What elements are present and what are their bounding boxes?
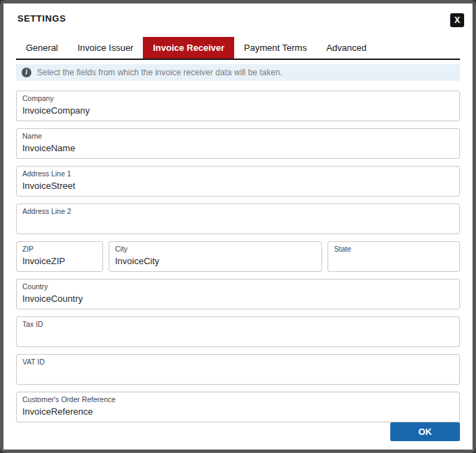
tab-advanced[interactable]: Advanced — [316, 37, 376, 59]
customer-order-reference-label: Customer's Order Reference — [22, 395, 454, 404]
tax-id-label: Tax ID — [22, 320, 454, 328]
tab-bar: General Invoice Issuer Invoice Receiver … — [16, 37, 460, 60]
customer-order-reference-input[interactable] — [22, 406, 454, 417]
tab-payment-terms[interactable]: Payment Terms — [234, 37, 316, 59]
zip-input[interactable] — [22, 256, 97, 267]
tax-id-field: Tax ID — [16, 316, 460, 347]
state-label: State — [334, 245, 454, 253]
zip-city-state-row: ZIP City State — [16, 241, 460, 272]
city-label: City — [115, 245, 316, 253]
dialog-footer: OK — [3, 422, 473, 450]
city-input[interactable] — [115, 256, 316, 267]
address-line-1-label: Address Line 1 — [22, 169, 454, 178]
city-field: City — [109, 241, 322, 272]
window-frame: SETTINGS X General Invoice Issuer Invoic… — [0, 0, 476, 453]
state-field: State — [328, 241, 460, 272]
invoice-receiver-form: Company Name Address Line 1 Address Line… — [3, 81, 473, 422]
address-line-2-field: Address Line 2 — [16, 204, 460, 234]
country-label: Country — [22, 282, 454, 291]
zip-label: ZIP — [22, 245, 97, 253]
address-line-1-field: Address Line 1 — [16, 166, 460, 197]
settings-dialog: SETTINGS X General Invoice Issuer Invoic… — [3, 3, 473, 450]
vat-id-label: VAT ID — [22, 358, 454, 366]
vat-id-field: VAT ID — [16, 354, 460, 385]
zip-field: ZIP — [16, 241, 103, 272]
dialog-title: SETTINGS — [17, 13, 66, 24]
close-icon[interactable]: X — [450, 13, 464, 27]
company-input[interactable] — [22, 105, 454, 116]
customer-order-reference-field: Customer's Order Reference — [16, 392, 460, 422]
country-field: Country — [16, 279, 460, 309]
dialog-header: SETTINGS X — [3, 3, 473, 30]
info-icon: i — [22, 68, 31, 77]
company-field: Company — [16, 91, 460, 121]
address-line-1-input[interactable] — [22, 181, 454, 192]
name-label: Name — [22, 132, 454, 140]
vat-id-input[interactable] — [22, 369, 454, 380]
company-label: Company — [22, 94, 454, 102]
name-input[interactable] — [22, 143, 454, 154]
tab-general[interactable]: General — [16, 37, 68, 59]
address-line-2-label: Address Line 2 — [22, 207, 454, 215]
tax-id-input[interactable] — [22, 331, 454, 342]
ok-button[interactable]: OK — [390, 422, 460, 441]
state-input[interactable] — [334, 256, 454, 267]
tab-invoice-receiver[interactable]: Invoice Receiver — [143, 37, 234, 59]
info-banner: i Select the fields from which the invoi… — [16, 64, 460, 81]
country-input[interactable] — [22, 293, 454, 305]
tab-invoice-issuer[interactable]: Invoice Issuer — [68, 37, 143, 59]
name-field: Name — [16, 128, 460, 159]
address-line-2-input[interactable] — [22, 218, 454, 229]
info-text: Select the fields from which the invoice… — [37, 68, 282, 77]
